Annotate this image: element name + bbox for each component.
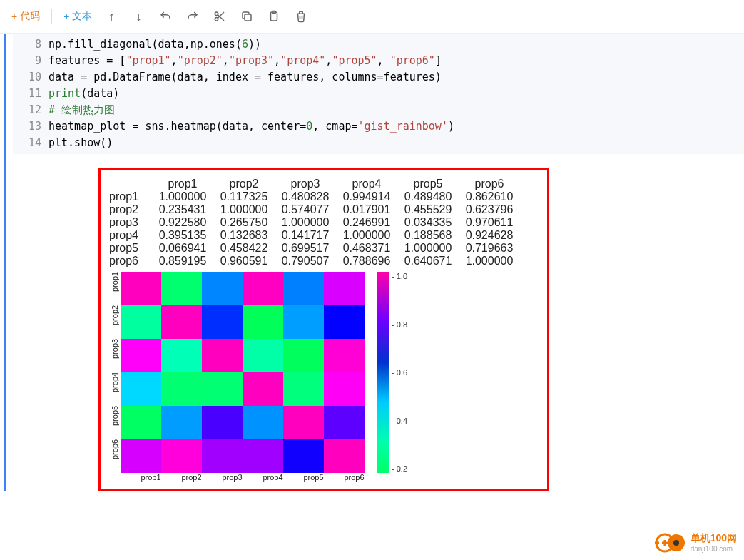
copy-icon[interactable]	[239, 9, 255, 24]
add-code-label: 代码	[20, 10, 40, 23]
watermark-logo-icon	[655, 533, 686, 553]
heatmap-grid	[121, 272, 365, 473]
add-code-button[interactable]: + 代码	[11, 10, 40, 23]
heatmap-chart: prop1prop2prop3prop4prop5prop6 - 1.0- 0.…	[109, 272, 539, 473]
code-editor[interactable]: 891011121314 np.fill_diagonal(data,np.on…	[13, 34, 744, 154]
svg-point-1	[215, 18, 219, 21]
separator	[51, 9, 52, 24]
plus-icon: +	[11, 11, 17, 22]
printed-dataframe: prop1prop2prop3prop4prop5prop6prop11.000…	[109, 178, 539, 268]
svg-point-7	[673, 540, 679, 546]
colorbar-gradient	[377, 272, 389, 473]
redo-icon[interactable]	[185, 9, 200, 24]
line-numbers: 891011121314	[13, 36, 49, 151]
notebook-cell: 891011121314 np.fill_diagonal(data,np.on…	[0, 34, 744, 491]
heatmap-x-labels: prop1prop2prop3prop4prop5prop6	[131, 473, 539, 482]
paste-icon[interactable]	[266, 9, 282, 24]
move-up-icon[interactable]: ↑	[103, 9, 119, 24]
cell-gutter	[4, 34, 13, 491]
heatmap-y-labels: prop1prop2prop3prop4prop5prop6	[109, 272, 121, 473]
notebook-toolbar: + 代码 + 文本 ↑ ↓	[0, 0, 744, 34]
watermark: 单机100网 danji100.com	[655, 532, 737, 553]
add-text-label: 文本	[72, 10, 92, 23]
delete-icon[interactable]	[293, 9, 309, 24]
plus-icon: +	[63, 11, 69, 22]
move-down-icon[interactable]: ↓	[131, 9, 146, 24]
svg-point-0	[215, 12, 219, 16]
add-text-button[interactable]: + 文本	[63, 10, 92, 23]
watermark-name: 单机100网	[691, 532, 737, 545]
colorbar-ticks: - 1.0- 0.8- 0.6- 0.4- 0.2	[392, 272, 407, 473]
svg-rect-2	[245, 14, 251, 21]
colorbar: - 1.0- 0.8- 0.6- 0.4- 0.2	[377, 272, 407, 473]
watermark-url: danji100.com	[691, 545, 737, 553]
cut-icon[interactable]	[212, 9, 228, 24]
cell-output: prop1prop2prop3prop4prop5prop6prop11.000…	[98, 168, 549, 491]
undo-icon[interactable]	[158, 9, 173, 24]
code-content[interactable]: np.fill_diagonal(data,np.ones(6))feature…	[49, 36, 744, 151]
